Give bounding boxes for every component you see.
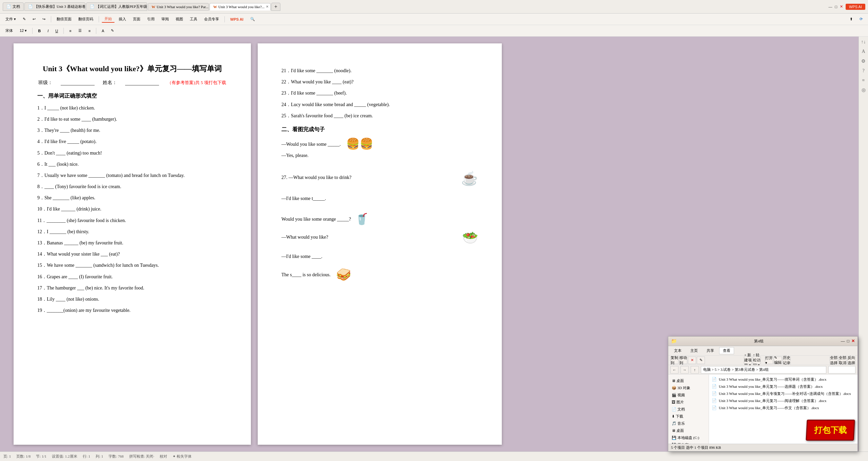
search-button[interactable]: 🔍 (248, 16, 258, 22)
underline-btn[interactable]: U (53, 28, 61, 34)
tab-unit3a[interactable]: W Unit 3 What would you like? Par... (148, 3, 209, 11)
bold-btn[interactable]: B (35, 28, 43, 34)
sep6 (96, 28, 96, 34)
align-right[interactable]: ≡ (86, 28, 93, 34)
window-close-icon[interactable]: ✕ (840, 4, 843, 9)
status-page-count: 页数: 1/8 (16, 454, 31, 459)
tab-summer[interactable]: 📄 【快乐暑假】Unit 3 基础达标卷·小 (24, 2, 85, 11)
fe-search-input[interactable] (828, 366, 855, 374)
file-icon-4: 📄 (712, 398, 717, 403)
fe-delete-btn[interactable]: ✕ (688, 357, 696, 364)
fe-item-work-d[interactable]: 💾 工作室 (D:) (668, 441, 709, 444)
fe-tab-share[interactable]: 共享 (703, 347, 718, 354)
menu-flip-page[interactable]: 翻倍页面 (54, 16, 74, 22)
fe-up-btn[interactable]: ↑ (691, 366, 699, 374)
fe-folder-icon: 📁 (671, 338, 677, 344)
tab-close-icon[interactable]: ✕ (266, 5, 269, 8)
fe-tab-home[interactable]: 主页 (687, 347, 702, 354)
tab-vocab[interactable]: 📄 【词汇运用】人教版PEP五年级上册～ (86, 2, 147, 11)
fe-item-music[interactable]: 🎵 音乐 (668, 420, 709, 427)
menu-undo[interactable]: ↩ (30, 16, 38, 22)
fe-select-all-btn[interactable]: 全部选择 (830, 357, 838, 364)
menu-redo[interactable]: ↪ (40, 16, 48, 22)
fe-forward-btn[interactable]: → (680, 366, 689, 374)
align-left[interactable]: ≡ (66, 28, 74, 34)
window-restore-icon[interactable]: □ (835, 5, 837, 9)
fe-item-downloads[interactable]: ⬇ 下载 (668, 413, 709, 420)
window-min-icon[interactable]: — (828, 5, 832, 9)
burger-emoji: 🍔🍔 (346, 137, 373, 150)
menu-review[interactable]: 审阅 (159, 16, 172, 22)
sidebar-a-icon[interactable]: A (862, 49, 865, 54)
fe-item-desktop[interactable]: 🖥 桌面 (668, 377, 709, 384)
fe-copy-btn[interactable]: 复制到 (670, 357, 678, 364)
menu-tools[interactable]: 工具 (187, 16, 200, 22)
sidebar-circle-icon[interactable]: ◎ (862, 87, 866, 93)
fe-file-3[interactable]: 📄 Unit 3 What would you like_单元专项复习——补全对… (710, 390, 856, 397)
menu-view[interactable]: 视图 (173, 16, 186, 22)
menu-flip-num[interactable]: 翻倍页码 (76, 16, 96, 22)
login-button[interactable]: WPS AI (846, 4, 865, 10)
font-size[interactable]: 12 ▾ (17, 28, 29, 34)
sync-icon[interactable]: ⟳ (857, 16, 865, 22)
fe-item-video[interactable]: 🎬 视频 (668, 392, 709, 399)
fe-max-icon[interactable]: □ (847, 339, 849, 344)
fe-item-local-c[interactable]: 💾 本地磁盘 (C:) (668, 434, 709, 441)
italic-btn[interactable]: I (45, 28, 51, 34)
menu-file[interactable]: 文件 ▾ (3, 16, 19, 22)
doc-subtitle: 班级： 姓名： （有参考答案)共 5 项打包下载 (37, 80, 227, 86)
fe-move-btn[interactable]: 移动到 (679, 357, 687, 364)
download-btn[interactable]: 打包下载 (806, 420, 855, 441)
format-toolbar: 宋体 12 ▾ B I U ≡ ☰ ≡ A ✎ (0, 25, 868, 37)
fe-breadcrumb[interactable]: 电脑 > 5 > 3.试卷 > 第3单元试卷 > 第4组 (701, 366, 826, 374)
menu-insert[interactable]: 插入 (116, 16, 129, 22)
sidebar-gear-icon[interactable]: ⚙ (861, 58, 866, 64)
fe-tab-text[interactable]: 文本 (670, 347, 685, 354)
menu-start[interactable]: 开始 (102, 16, 115, 23)
fe-tab-view[interactable]: 查看 (719, 347, 734, 354)
tab-doc[interactable]: 📄 文档 (3, 2, 24, 11)
exercise-5: 5．Don't ____ (eating) too much! (37, 149, 227, 157)
menu-page[interactable]: 页面 (130, 16, 143, 22)
sidebar-menu-icon[interactable]: ≡ (862, 78, 865, 83)
align-center[interactable]: ☰ (76, 28, 84, 34)
fe-rename-btn[interactable]: ✎ (697, 357, 705, 364)
fe-file-4[interactable]: 📄 Unit 3 What would you like_单元复习——阅读理解（… (710, 397, 856, 404)
fe-file-5[interactable]: 📄 Unit 3 What would you like_单元复习——作文（含答… (710, 404, 856, 412)
r-exercise-24: 24．Lucy would like some bread and _____ … (281, 100, 478, 109)
fe-back-btn[interactable]: ← (670, 366, 678, 374)
download-hint[interactable]: （有参考答案)共 5 项打包下载 (167, 80, 226, 86)
fe-item-desktop2[interactable]: 🖥 桌面 (668, 427, 709, 434)
fe-min-icon[interactable]: — (841, 339, 845, 344)
fe-history-btn[interactable]: 历史记录 (783, 357, 791, 364)
wps-ai-button[interactable]: WPS AI (228, 17, 246, 22)
fe-file-2[interactable]: 📄 Unit 3 What would you like_单元复习——选择题（含… (710, 383, 856, 390)
fe-open-btn[interactable]: 打开 ▾ (765, 357, 773, 364)
fe-select-none-btn[interactable]: 全部取消 (839, 357, 847, 364)
menu-member[interactable]: 会员专享 (201, 16, 222, 22)
sep3 (224, 16, 225, 22)
fe-edit-btn[interactable]: ✎ 编辑 (774, 357, 782, 364)
fe-item-3d[interactable]: 📦 3D 对象 (668, 384, 709, 392)
expand-icon[interactable]: ⬆ (847, 16, 855, 22)
tab-unit3b[interactable]: W Unit 3 What would you like?... ✕ (210, 3, 271, 11)
fe-item-docs[interactable]: 📄 文档 (668, 406, 709, 413)
fe-new-item-btn[interactable]: + 新建项目 ▾ (744, 357, 752, 364)
menu-ref[interactable]: 引用 (144, 16, 157, 22)
color-btn[interactable]: A (99, 28, 107, 34)
fe-close-icon[interactable]: ✕ (851, 339, 855, 344)
fe-file-1[interactable]: 📄 Unit 3 What would you like_单元复习——填写单词（… (710, 376, 856, 383)
r-exercise-22: 22．What would you like ____ (eat)? (281, 78, 478, 86)
fe-item-pics[interactable]: 🖼 图片 (668, 399, 709, 406)
sep5 (63, 28, 64, 34)
tab-add[interactable]: + (271, 3, 280, 11)
font-name[interactable]: 宋体 (3, 27, 16, 34)
fe-invert-btn[interactable]: 反向选择 (847, 357, 855, 364)
sep2 (99, 16, 99, 22)
sidebar-help-icon[interactable]: ? (862, 68, 864, 74)
sidebar-arrows-icon[interactable]: ↑↓ (861, 39, 866, 45)
menu-edit[interactable]: ✎ (20, 16, 28, 22)
fe-easy-access-btn[interactable]: ↑ 轻松访问 ▾ (753, 357, 761, 364)
highlight-btn[interactable]: ✎ (108, 28, 117, 34)
exercise-27: 27. —What would you like to drink? —I'd … (281, 171, 456, 205)
